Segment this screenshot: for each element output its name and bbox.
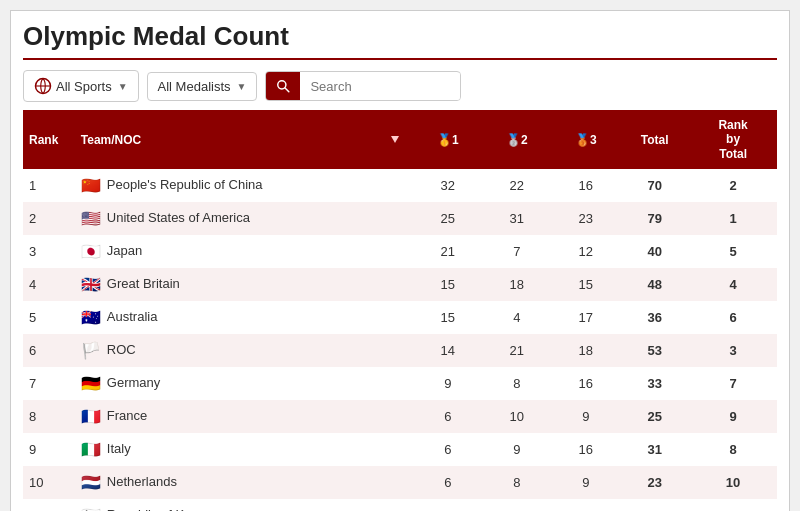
rank-header: Rank bbox=[23, 110, 75, 169]
silver-cell: 7 bbox=[482, 235, 551, 268]
total-cell: 23 bbox=[620, 466, 689, 499]
sort-icon-header[interactable] bbox=[376, 110, 414, 169]
bronze-cell: 23 bbox=[551, 202, 620, 235]
team-cell: 🇦🇺Australia bbox=[75, 301, 376, 334]
team-cell: 🇰🇷Republic of Korea bbox=[75, 499, 376, 511]
gold-cell: 32 bbox=[413, 169, 482, 202]
total-header: Total bbox=[620, 110, 689, 169]
total-cell: 48 bbox=[620, 268, 689, 301]
all-medalists-label: All Medalists bbox=[158, 79, 231, 94]
table-row: 6 🏳️ROC 14 21 18 53 3 bbox=[23, 334, 777, 367]
total-cell: 31 bbox=[620, 433, 689, 466]
table-row: 1 🇨🇳People's Republic of China 32 22 16 … bbox=[23, 169, 777, 202]
silver-cell: 31 bbox=[482, 202, 551, 235]
rank-cell: 5 bbox=[23, 301, 75, 334]
spacer-cell bbox=[376, 268, 414, 301]
flag-icon: 🇦🇺 bbox=[81, 308, 101, 327]
spacer-cell bbox=[376, 301, 414, 334]
spacer-cell bbox=[376, 202, 414, 235]
total-cell: 40 bbox=[620, 235, 689, 268]
table-row: 7 🇩🇪Germany 9 8 16 33 7 bbox=[23, 367, 777, 400]
total-cell: 53 bbox=[620, 334, 689, 367]
search-icon bbox=[276, 79, 290, 93]
team-cell: 🇳🇱Netherlands bbox=[75, 466, 376, 499]
spacer-cell bbox=[376, 235, 414, 268]
flag-icon: 🇬🇧 bbox=[81, 275, 101, 294]
bronze-cell: 16 bbox=[551, 169, 620, 202]
rank-cell: 8 bbox=[23, 400, 75, 433]
gold-cell: 6 bbox=[413, 400, 482, 433]
team-cell: 🇩🇪Germany bbox=[75, 367, 376, 400]
bronze-cell: 9 bbox=[551, 400, 620, 433]
gold-cell: 15 bbox=[413, 301, 482, 334]
gold-cell: 14 bbox=[413, 334, 482, 367]
silver-cell: 10 bbox=[482, 400, 551, 433]
bronze-cell: 18 bbox=[551, 334, 620, 367]
gold-cell: 21 bbox=[413, 235, 482, 268]
spacer-cell bbox=[376, 433, 414, 466]
spacer-cell bbox=[376, 400, 414, 433]
total-cell: 19 bbox=[620, 499, 689, 511]
flag-icon: 🇳🇱 bbox=[81, 473, 101, 492]
table-row: 2 🇺🇸United States of America 25 31 23 79… bbox=[23, 202, 777, 235]
rank-by-total-cell: 1 bbox=[689, 202, 777, 235]
rank-cell: 4 bbox=[23, 268, 75, 301]
sort-icon bbox=[391, 136, 399, 144]
team-cell: 🇯🇵Japan bbox=[75, 235, 376, 268]
table-row: 11 🇰🇷Republic of Korea 6 4 9 19 11 bbox=[23, 499, 777, 511]
rank-by-total-cell: 5 bbox=[689, 235, 777, 268]
silver-cell: 8 bbox=[482, 367, 551, 400]
rank-cell: 11 bbox=[23, 499, 75, 511]
rank-by-total-cell: 3 bbox=[689, 334, 777, 367]
total-cell: 79 bbox=[620, 202, 689, 235]
rank-cell: 2 bbox=[23, 202, 75, 235]
search-input[interactable] bbox=[300, 73, 460, 100]
rank-cell: 3 bbox=[23, 235, 75, 268]
gold-cell: 9 bbox=[413, 367, 482, 400]
main-container: Olympic Medal Count All Sports ▼ All Med… bbox=[10, 10, 790, 511]
silver-cell: 4 bbox=[482, 499, 551, 511]
chevron-down-icon: ▼ bbox=[118, 81, 128, 92]
rank-by-total-cell: 8 bbox=[689, 433, 777, 466]
rank-cell: 6 bbox=[23, 334, 75, 367]
rank-by-total-cell: 7 bbox=[689, 367, 777, 400]
flag-icon: 🇺🇸 bbox=[81, 209, 101, 228]
flag-icon: 🏳️ bbox=[81, 341, 101, 360]
spacer-cell bbox=[376, 499, 414, 511]
rank-cell: 9 bbox=[23, 433, 75, 466]
gold-cell: 15 bbox=[413, 268, 482, 301]
gold-cell: 6 bbox=[413, 433, 482, 466]
all-medalists-dropdown[interactable]: All Medalists ▼ bbox=[147, 72, 258, 101]
team-cell: 🇬🇧Great Britain bbox=[75, 268, 376, 301]
search-button[interactable] bbox=[266, 72, 300, 100]
silver-header: 🥈2 bbox=[482, 110, 551, 169]
table-row: 10 🇳🇱Netherlands 6 8 9 23 10 bbox=[23, 466, 777, 499]
table-row: 4 🇬🇧Great Britain 15 18 15 48 4 bbox=[23, 268, 777, 301]
page-title: Olympic Medal Count bbox=[23, 21, 777, 60]
silver-cell: 8 bbox=[482, 466, 551, 499]
silver-cell: 9 bbox=[482, 433, 551, 466]
flag-icon: 🇨🇳 bbox=[81, 176, 101, 195]
gold-header: 🥇1 bbox=[413, 110, 482, 169]
flag-icon: 🇮🇹 bbox=[81, 440, 101, 459]
table-row: 5 🇦🇺Australia 15 4 17 36 6 bbox=[23, 301, 777, 334]
flag-icon: 🇰🇷 bbox=[81, 506, 101, 511]
bronze-cell: 15 bbox=[551, 268, 620, 301]
rank-by-total-cell: 2 bbox=[689, 169, 777, 202]
toolbar: All Sports ▼ All Medalists ▼ bbox=[23, 70, 777, 102]
total-cell: 70 bbox=[620, 169, 689, 202]
all-sports-dropdown[interactable]: All Sports ▼ bbox=[23, 70, 139, 102]
table-row: 3 🇯🇵Japan 21 7 12 40 5 bbox=[23, 235, 777, 268]
gold-cell: 6 bbox=[413, 466, 482, 499]
team-cell: 🇫🇷France bbox=[75, 400, 376, 433]
bronze-cell: 16 bbox=[551, 367, 620, 400]
team-cell: 🏳️ROC bbox=[75, 334, 376, 367]
table-body: 1 🇨🇳People's Republic of China 32 22 16 … bbox=[23, 169, 777, 511]
team-cell: 🇮🇹Italy bbox=[75, 433, 376, 466]
team-header: Team/NOC bbox=[75, 110, 376, 169]
chevron-down-icon: ▼ bbox=[237, 81, 247, 92]
rank-cell: 10 bbox=[23, 466, 75, 499]
all-sports-label: All Sports bbox=[56, 79, 112, 94]
gold-cell: 6 bbox=[413, 499, 482, 511]
rank-by-total-cell: 4 bbox=[689, 268, 777, 301]
